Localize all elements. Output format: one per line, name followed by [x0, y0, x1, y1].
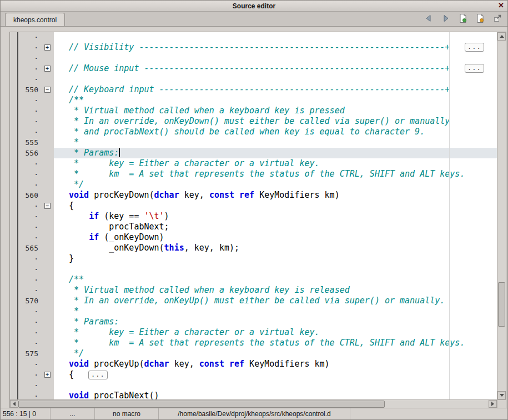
fold-gutter[interactable]	[41, 232, 54, 243]
fold-gutter[interactable]	[41, 190, 54, 201]
titlebar[interactable]: Source editor ✕	[1, 1, 507, 12]
code-text-current-line[interactable]: * Params:	[54, 148, 497, 158]
line-number[interactable]: ·	[10, 222, 41, 232]
code-text[interactable]: void procTabNext()	[54, 391, 497, 399]
fold-gutter[interactable]	[41, 285, 54, 296]
code-text[interactable]: * km = A set that represents the status …	[54, 169, 497, 179]
scroll-left-icon[interactable]	[10, 400, 18, 408]
code-text[interactable]: void procKeyUp(dchar key, const ref KeyM…	[54, 359, 497, 369]
code-text[interactable]: if (key == '\t')	[54, 211, 497, 222]
line-number[interactable]: ·	[10, 158, 41, 169]
fold-gutter[interactable]	[41, 222, 54, 232]
line-number[interactable]: ·	[10, 232, 41, 243]
line-number[interactable]: ·	[10, 74, 41, 84]
fold-gutter[interactable]	[41, 296, 54, 306]
code-text[interactable]: */	[54, 179, 497, 190]
code-text[interactable]: // Mouse input -------------------------…	[54, 63, 497, 74]
code-text[interactable]: {	[54, 201, 497, 211]
fold-gutter[interactable]	[41, 53, 54, 63]
code-text[interactable]: * In an override, onKeyUp() must either …	[54, 296, 497, 306]
line-number[interactable]: ·	[10, 274, 41, 285]
line-number[interactable]: 570	[10, 296, 41, 306]
line-number[interactable]: ·	[10, 306, 41, 317]
line-number[interactable]: ·	[10, 264, 41, 274]
code-text[interactable]: * Params:	[54, 317, 497, 327]
fold-gutter[interactable]	[41, 148, 54, 158]
code-text[interactable]: if (_onKeyDown)	[54, 232, 497, 243]
fold-gutter[interactable]	[41, 317, 54, 327]
folded-region-ellipsis[interactable]: ...	[465, 64, 484, 73]
code-text[interactable]: procTabNext;	[54, 222, 497, 232]
code-text[interactable]	[54, 32, 497, 42]
code-text[interactable]: /**	[54, 95, 497, 106]
fold-gutter[interactable]: +	[41, 63, 54, 74]
fold-gutter[interactable]	[41, 338, 54, 348]
code-text[interactable]	[54, 53, 497, 63]
line-number[interactable]: ·	[10, 63, 41, 74]
line-number[interactable]: ·	[10, 285, 41, 296]
fold-gutter[interactable]	[41, 211, 54, 222]
line-number[interactable]: 575	[10, 348, 41, 359]
document-green-button[interactable]	[457, 14, 469, 25]
code-text[interactable]: * Virtual method called when a keyboard …	[54, 106, 497, 116]
scroll-down-icon[interactable]	[497, 391, 506, 399]
line-number[interactable]: ·	[10, 32, 41, 42]
line-number[interactable]: ·	[10, 359, 41, 369]
fold-gutter[interactable]: +	[41, 369, 54, 380]
fold-expand-icon[interactable]: +	[44, 44, 51, 51]
fold-gutter[interactable]	[41, 253, 54, 264]
line-number[interactable]: ·	[10, 253, 41, 264]
code-text[interactable]: // Keyboard input ----------------------…	[54, 84, 497, 95]
code-text[interactable]: void procKeyDown(dchar key, const ref Ke…	[54, 190, 497, 201]
horizontal-scrollbar-thumb[interactable]	[18, 401, 385, 408]
code-text[interactable]: * Virtual method called when a keyboard …	[54, 285, 497, 296]
code-text[interactable]: _onKeyDown(this, key, km);	[54, 243, 497, 253]
code-text[interactable]: * In an override, onKeyDown() must eithe…	[54, 116, 497, 127]
fold-gutter[interactable]	[41, 116, 54, 127]
fold-gutter[interactable]	[41, 391, 54, 399]
scroll-right-icon[interactable]	[489, 400, 497, 408]
line-number[interactable]: ·	[10, 317, 41, 327]
line-number[interactable]: ·	[10, 42, 41, 53]
fold-gutter[interactable]	[41, 327, 54, 338]
code-text[interactable]: /**	[54, 274, 497, 285]
fold-gutter[interactable]	[41, 243, 54, 253]
go-back-button[interactable]	[423, 14, 434, 25]
fold-collapse-icon[interactable]: −	[44, 87, 51, 93]
fold-gutter[interactable]	[41, 348, 54, 359]
code-text[interactable]: * key = Either a character or a virtual …	[54, 158, 497, 169]
folded-region-ellipsis[interactable]: ...	[465, 43, 484, 52]
vertical-scrollbar[interactable]	[497, 32, 506, 399]
fold-gutter[interactable]	[41, 380, 54, 391]
horizontal-scrollbar[interactable]	[10, 399, 497, 408]
code-text[interactable]: * key = Either a character or a virtual …	[54, 327, 497, 338]
fold-expand-icon[interactable]: +	[44, 372, 51, 378]
line-number[interactable]: ·	[10, 106, 41, 116]
line-number[interactable]: ·	[10, 179, 41, 190]
line-number[interactable]: 560	[10, 190, 41, 201]
line-number[interactable]: 555	[10, 137, 41, 148]
code-text[interactable]	[54, 74, 497, 84]
fold-gutter[interactable]	[41, 274, 54, 285]
vertical-scrollbar-thumb[interactable]	[498, 282, 505, 327]
code-text[interactable]: *	[54, 306, 497, 317]
fold-gutter[interactable]	[41, 264, 54, 274]
fold-collapse-icon[interactable]: −	[44, 203, 51, 209]
line-number[interactable]: ·	[10, 53, 41, 63]
fold-gutter[interactable]	[41, 359, 54, 369]
code-text[interactable]	[54, 380, 497, 391]
line-number[interactable]: ·	[10, 169, 41, 179]
fold-gutter[interactable]	[41, 169, 54, 179]
line-number[interactable]: 550	[10, 84, 41, 95]
line-number[interactable]: 565	[10, 243, 41, 253]
fold-gutter[interactable]	[41, 32, 54, 42]
code-text[interactable]: * and procTabNext() should be called whe…	[54, 127, 497, 137]
fold-gutter[interactable]	[41, 137, 54, 148]
go-forward-button[interactable]	[440, 14, 451, 25]
code-text[interactable]: }	[54, 253, 497, 264]
code-text[interactable]: * km = A set that represents the status …	[54, 338, 497, 348]
code-text[interactable]: *	[54, 137, 497, 148]
line-number[interactable]: ·	[10, 327, 41, 338]
fold-expand-icon[interactable]: +	[44, 66, 51, 72]
fold-gutter[interactable]	[41, 95, 54, 106]
